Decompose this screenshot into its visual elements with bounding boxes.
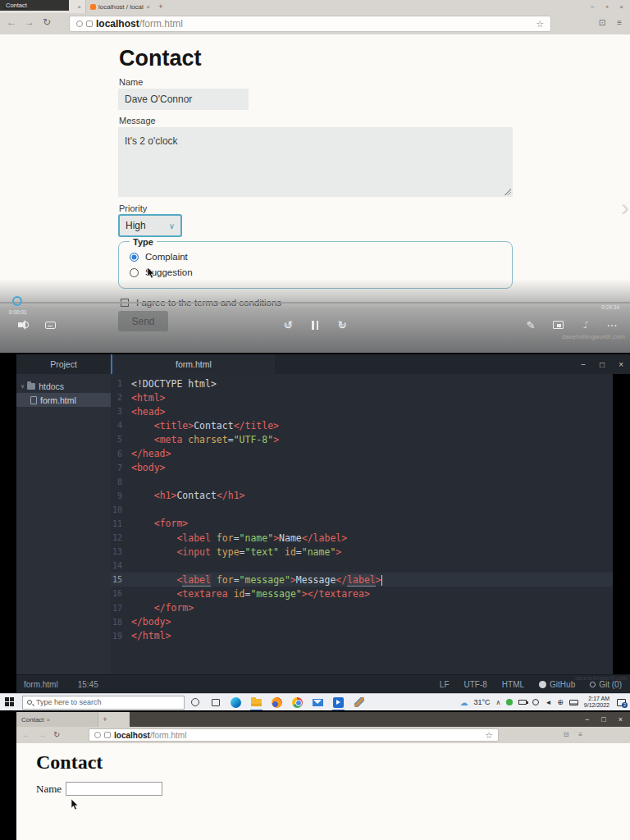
code-line-15[interactable]: 15 <label for="message">Message</label>: [111, 573, 613, 587]
code-line-17[interactable]: 17 </form>: [111, 601, 613, 615]
battery-icon[interactable]: [518, 700, 527, 705]
network-icon[interactable]: ⊕: [557, 698, 564, 706]
code-line-7[interactable]: 7<body>: [111, 461, 613, 475]
minimize-button[interactable]: −: [585, 715, 589, 724]
back-icon[interactable]: ←: [22, 730, 30, 739]
code-line-4[interactable]: 4 <title>Contact</title>: [111, 418, 613, 432]
radio-unselected-icon[interactable]: [130, 268, 139, 277]
speaker-icon[interactable]: ◄: [545, 699, 551, 706]
tree-item-htdocs[interactable]: ∨ htdocs: [16, 379, 111, 393]
firefox-icon[interactable]: [267, 694, 287, 711]
start-button[interactable]: [5, 697, 15, 707]
tree-item-form-html[interactable]: form.html: [16, 393, 111, 407]
code-line-13[interactable]: 13 <input type="text" id="name">: [111, 545, 613, 559]
shield-icon[interactable]: [86, 21, 93, 27]
video-scrubber[interactable]: [12, 296, 22, 306]
temperature[interactable]: 31°C: [473, 698, 490, 706]
tab-close-icon[interactable]: ×: [146, 3, 150, 11]
close-button[interactable]: ×: [619, 360, 623, 369]
site-info-icon[interactable]: [94, 732, 101, 738]
skip-back-icon[interactable]: ↺ 10: [281, 318, 294, 331]
code-line-12[interactable]: 12 <label for="name">Name</label>: [111, 531, 613, 545]
taskbar-clock[interactable]: 2:17 AM 9/12/2022: [584, 696, 609, 709]
radio-suggestion[interactable]: Suggestion: [130, 267, 193, 277]
pip-icon[interactable]: [551, 318, 564, 331]
status-caret-position[interactable]: 15:45: [78, 680, 98, 689]
maximize-button[interactable]: +: [605, 3, 609, 11]
code-line-1[interactable]: 1<!DOCTYPE html>: [111, 377, 613, 390]
code-line-3[interactable]: 3<head>: [111, 404, 613, 418]
project-panel-header[interactable]: Project: [16, 359, 111, 369]
code-line-11[interactable]: 11 <form>: [111, 517, 613, 531]
subtitles-icon[interactable]: [43, 318, 57, 331]
close-button[interactable]: ×: [619, 3, 623, 11]
exit-fullscreen-icon[interactable]: ⌟⌜: [578, 318, 591, 331]
reload-icon[interactable]: ↻: [53, 730, 60, 739]
next-lesson-chevron[interactable]: ›: [621, 195, 629, 220]
video-progress-bar[interactable]: [0, 302, 630, 304]
account-icon[interactable]: [532, 699, 539, 705]
editor-app-icon[interactable]: [349, 694, 369, 711]
minimize-button[interactable]: −: [591, 3, 595, 11]
name-input[interactable]: Dave O'Connor: [118, 89, 249, 110]
status-encoding[interactable]: UTF-8: [464, 680, 487, 689]
radio-complaint[interactable]: Complaint: [130, 252, 188, 262]
tab-close-icon[interactable]: ×: [77, 3, 81, 11]
message-textarea[interactable]: It's 2 o'clock: [118, 127, 513, 197]
antivirus-icon[interactable]: [506, 699, 513, 705]
code-line-10[interactable]: 10: [111, 503, 613, 517]
git-status[interactable]: Git (0): [590, 680, 622, 689]
extension-icon[interactable]: ⊡: [564, 731, 569, 738]
reload-icon[interactable]: ↻: [43, 16, 51, 28]
weather-icon[interactable]: ☁: [459, 698, 468, 707]
bookmark-star-icon[interactable]: ☆: [485, 730, 493, 741]
code-line-19[interactable]: 19</html>: [111, 629, 613, 643]
taskbar-search[interactable]: Type here to search: [22, 696, 185, 710]
address-bar[interactable]: localhost /form.html ☆: [89, 728, 499, 742]
site-info-icon[interactable]: [76, 21, 83, 27]
code-line-16[interactable]: 16 <textarea id="message"></textarea>: [111, 587, 613, 600]
skip-forward-icon[interactable]: ↻ 30: [336, 318, 349, 331]
editor-tab-form-html[interactable]: form.html: [112, 354, 275, 374]
github-status[interactable]: GitHub: [539, 680, 575, 689]
address-bar[interactable]: localhost /form.html ☆: [69, 16, 551, 32]
maximize-button[interactable]: □: [600, 360, 605, 369]
code-line-14[interactable]: 14: [111, 559, 613, 573]
task-view-button[interactable]: [205, 694, 226, 711]
name-input[interactable]: [66, 782, 162, 796]
back-icon[interactable]: ←: [7, 16, 16, 28]
menu-icon[interactable]: ≡: [578, 731, 582, 738]
tab-localhost[interactable]: localhost / local ×: [85, 0, 154, 13]
code-line-5[interactable]: 5 <meta charset="UTF-8">: [111, 432, 613, 446]
minimize-button[interactable]: −: [581, 360, 586, 369]
priority-select[interactable]: High ∨: [118, 214, 182, 237]
maximize-button[interactable]: □: [601, 715, 605, 724]
action-center-icon[interactable]: 2: [617, 699, 626, 706]
menu-icon[interactable]: ≡: [617, 18, 622, 27]
tab-contact[interactable]: Contact ×: [16, 712, 98, 727]
mail-icon[interactable]: [308, 694, 328, 711]
pause-icon[interactable]: [308, 318, 322, 331]
code-line-18[interactable]: 18</body>: [111, 615, 613, 629]
volume-icon[interactable]: [16, 318, 30, 331]
forward-icon[interactable]: →: [25, 16, 34, 28]
file-explorer-icon[interactable]: [246, 694, 267, 711]
tab-close-icon[interactable]: ×: [47, 716, 51, 724]
code-line-9[interactable]: 9 <h1>Contact</h1>: [111, 489, 613, 503]
notes-pencil-icon[interactable]: ✎: [524, 318, 537, 331]
shield-icon[interactable]: [104, 732, 111, 738]
new-tab-button[interactable]: +: [98, 712, 112, 727]
downloads-icon[interactable]: ⊡: [599, 18, 605, 27]
code-editor[interactable]: 1<!DOCTYPE html>2<html>3<head>4 <title>C…: [111, 374, 613, 674]
chevron-down-icon[interactable]: ∨: [21, 383, 25, 390]
movies-tv-icon[interactable]: [328, 694, 349, 711]
edge-icon[interactable]: [226, 694, 246, 711]
chrome-icon[interactable]: [287, 694, 308, 711]
radio-selected-icon[interactable]: [130, 253, 139, 262]
bookmark-star-icon[interactable]: ☆: [536, 19, 544, 30]
code-line-8[interactable]: 8: [111, 475, 613, 489]
close-button[interactable]: ×: [619, 715, 623, 724]
cortana-button[interactable]: [185, 694, 205, 711]
code-line-2[interactable]: 2<html>: [111, 390, 613, 404]
resize-grip-icon[interactable]: [504, 189, 511, 195]
